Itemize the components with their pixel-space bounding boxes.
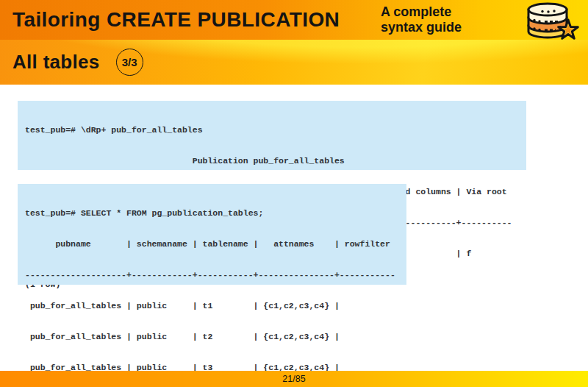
database-star-icon xyxy=(522,2,582,42)
tables-separator-row: --------------------+------------+------… xyxy=(25,270,399,280)
tagline-line-1: A complete xyxy=(381,4,462,20)
table-row: pub_for_all_tables | public | t1 | {c1,c… xyxy=(25,301,399,311)
psql-command-drp: test_pub=# \dRp+ pub_for_all_tables xyxy=(25,125,519,135)
header-bar: Tailoring CREATE PUBLICATION A complete … xyxy=(0,0,588,40)
footer-bar: 21/85 xyxy=(0,371,588,387)
header-tagline: A complete syntax guide xyxy=(381,4,462,35)
table-row: pub_for_all_tables | public | t2 | {c1,c… xyxy=(25,332,399,342)
page-number: 21/85 xyxy=(282,374,305,384)
publication-title-line: Publication pub_for_all_tables xyxy=(25,156,519,166)
tables-header-row: pubname | schemaname | tablename | attna… xyxy=(25,239,399,249)
psql-command-select: test_pub=# SELECT * FROM pg_publication_… xyxy=(25,208,399,219)
tagline-line-2: syntax guide xyxy=(381,20,462,35)
section-bar: All tables 3/3 xyxy=(0,40,588,85)
psql-drp-output-block: test_pub=# \dRp+ pub_for_all_tables Publ… xyxy=(18,101,526,170)
psql-select-output-block: test_pub=# SELECT * FROM pg_publication_… xyxy=(18,184,406,285)
section-title: All tables xyxy=(12,51,100,74)
page-title: Tailoring CREATE PUBLICATION xyxy=(12,8,340,32)
progress-badge: 3/3 xyxy=(116,49,143,76)
